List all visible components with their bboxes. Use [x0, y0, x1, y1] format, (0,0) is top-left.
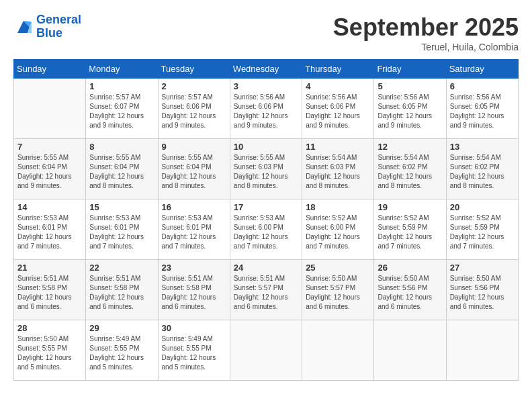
- calendar-cell: 29Sunrise: 5:49 AM Sunset: 5:55 PM Dayli…: [86, 320, 158, 381]
- calendar-cell: 26Sunrise: 5:50 AM Sunset: 5:56 PM Dayli…: [374, 260, 446, 320]
- day-number: 3: [234, 81, 298, 91]
- weekday-header-sunday: Sunday: [14, 60, 86, 79]
- day-info: Sunrise: 5:52 AM Sunset: 6:00 PM Dayligh…: [306, 214, 370, 251]
- day-number: 28: [17, 323, 82, 333]
- calendar-cell: [230, 320, 302, 381]
- calendar-table: SundayMondayTuesdayWednesdayThursdayFrid…: [13, 59, 519, 381]
- calendar-cell: 1Sunrise: 5:57 AM Sunset: 6:07 PM Daylig…: [86, 79, 158, 139]
- logo: General Blue: [13, 13, 81, 40]
- calendar-cell: 10Sunrise: 5:55 AM Sunset: 6:03 PM Dayli…: [230, 139, 302, 199]
- calendar-cell: 6Sunrise: 5:56 AM Sunset: 6:05 PM Daylig…: [446, 79, 518, 139]
- day-number: 5: [378, 81, 442, 91]
- day-info: Sunrise: 5:50 AM Sunset: 5:56 PM Dayligh…: [450, 274, 515, 312]
- calendar-cell: [302, 320, 374, 381]
- day-number: 4: [306, 81, 370, 91]
- day-number: 8: [89, 142, 154, 152]
- week-row-4: 21Sunrise: 5:51 AM Sunset: 5:58 PM Dayli…: [14, 260, 519, 320]
- day-info: Sunrise: 5:56 AM Sunset: 6:05 PM Dayligh…: [378, 93, 442, 130]
- title-block: September 2025 Teruel, Huila, Colombia: [333, 13, 519, 52]
- day-number: 22: [89, 263, 154, 273]
- calendar-cell: 4Sunrise: 5:56 AM Sunset: 6:06 PM Daylig…: [302, 79, 374, 139]
- day-info: Sunrise: 5:51 AM Sunset: 5:58 PM Dayligh…: [162, 274, 226, 312]
- calendar-cell: 13Sunrise: 5:54 AM Sunset: 6:02 PM Dayli…: [446, 139, 518, 199]
- day-info: Sunrise: 5:54 AM Sunset: 6:02 PM Dayligh…: [378, 153, 442, 191]
- calendar-cell: [446, 320, 518, 381]
- calendar-cell: 21Sunrise: 5:51 AM Sunset: 5:58 PM Dayli…: [14, 260, 86, 320]
- day-number: 11: [306, 142, 370, 152]
- calendar-cell: 17Sunrise: 5:53 AM Sunset: 6:00 PM Dayli…: [230, 199, 302, 260]
- day-number: 10: [234, 142, 298, 152]
- day-number: 19: [378, 202, 442, 212]
- day-number: 27: [450, 263, 515, 273]
- calendar-cell: 3Sunrise: 5:56 AM Sunset: 6:06 PM Daylig…: [230, 79, 302, 139]
- day-number: 2: [162, 81, 226, 91]
- day-number: 1: [89, 81, 154, 91]
- weekday-header-friday: Friday: [374, 60, 446, 79]
- day-info: Sunrise: 5:54 AM Sunset: 6:02 PM Dayligh…: [450, 153, 515, 191]
- logo-icon: [13, 17, 34, 37]
- calendar-cell: 7Sunrise: 5:55 AM Sunset: 6:04 PM Daylig…: [14, 139, 86, 199]
- day-number: 18: [306, 202, 370, 212]
- day-number: 13: [450, 142, 515, 152]
- weekday-header-row: SundayMondayTuesdayWednesdayThursdayFrid…: [14, 60, 519, 79]
- day-info: Sunrise: 5:53 AM Sunset: 6:00 PM Dayligh…: [234, 214, 298, 251]
- day-number: 20: [450, 202, 515, 212]
- page-header: General Blue September 2025 Teruel, Huil…: [13, 13, 519, 52]
- day-info: Sunrise: 5:56 AM Sunset: 6:05 PM Dayligh…: [450, 93, 515, 130]
- calendar-cell: 20Sunrise: 5:52 AM Sunset: 5:59 PM Dayli…: [446, 199, 518, 260]
- day-info: Sunrise: 5:57 AM Sunset: 6:06 PM Dayligh…: [162, 93, 226, 130]
- calendar-cell: 2Sunrise: 5:57 AM Sunset: 6:06 PM Daylig…: [158, 79, 230, 139]
- day-info: Sunrise: 5:54 AM Sunset: 6:03 PM Dayligh…: [306, 153, 370, 191]
- day-number: 12: [378, 142, 442, 152]
- calendar-cell: 5Sunrise: 5:56 AM Sunset: 6:05 PM Daylig…: [374, 79, 446, 139]
- day-number: 17: [234, 202, 298, 212]
- calendar-cell: 30Sunrise: 5:49 AM Sunset: 5:55 PM Dayli…: [158, 320, 230, 381]
- calendar-cell: 14Sunrise: 5:53 AM Sunset: 6:01 PM Dayli…: [14, 199, 86, 260]
- day-number: 15: [89, 202, 154, 212]
- calendar-cell: 27Sunrise: 5:50 AM Sunset: 5:56 PM Dayli…: [446, 260, 518, 320]
- calendar-cell: [374, 320, 446, 381]
- day-info: Sunrise: 5:53 AM Sunset: 6:01 PM Dayligh…: [89, 214, 154, 251]
- calendar-cell: 11Sunrise: 5:54 AM Sunset: 6:03 PM Dayli…: [302, 139, 374, 199]
- week-row-5: 28Sunrise: 5:50 AM Sunset: 5:55 PM Dayli…: [14, 320, 519, 381]
- weekday-header-saturday: Saturday: [446, 60, 518, 79]
- calendar-cell: 28Sunrise: 5:50 AM Sunset: 5:55 PM Dayli…: [14, 320, 86, 381]
- calendar-cell: 25Sunrise: 5:50 AM Sunset: 5:57 PM Dayli…: [302, 260, 374, 320]
- day-number: 14: [17, 202, 82, 212]
- day-number: 21: [17, 263, 82, 273]
- calendar-cell: [14, 79, 86, 139]
- calendar-cell: 9Sunrise: 5:55 AM Sunset: 6:04 PM Daylig…: [158, 139, 230, 199]
- day-info: Sunrise: 5:57 AM Sunset: 6:07 PM Dayligh…: [89, 93, 154, 130]
- day-info: Sunrise: 5:49 AM Sunset: 5:55 PM Dayligh…: [89, 334, 154, 372]
- day-info: Sunrise: 5:53 AM Sunset: 6:01 PM Dayligh…: [17, 214, 82, 251]
- day-info: Sunrise: 5:52 AM Sunset: 5:59 PM Dayligh…: [450, 214, 515, 251]
- calendar-cell: 15Sunrise: 5:53 AM Sunset: 6:01 PM Dayli…: [86, 199, 158, 260]
- calendar-cell: 16Sunrise: 5:53 AM Sunset: 6:01 PM Dayli…: [158, 199, 230, 260]
- day-number: 26: [378, 263, 442, 273]
- day-info: Sunrise: 5:52 AM Sunset: 5:59 PM Dayligh…: [378, 214, 442, 251]
- day-info: Sunrise: 5:55 AM Sunset: 6:04 PM Dayligh…: [17, 153, 82, 191]
- day-info: Sunrise: 5:49 AM Sunset: 5:55 PM Dayligh…: [162, 334, 226, 372]
- location-subtitle: Teruel, Huila, Colombia: [333, 42, 519, 52]
- calendar-cell: 19Sunrise: 5:52 AM Sunset: 5:59 PM Dayli…: [374, 199, 446, 260]
- day-info: Sunrise: 5:50 AM Sunset: 5:55 PM Dayligh…: [17, 334, 82, 372]
- day-number: 9: [162, 142, 226, 152]
- day-info: Sunrise: 5:55 AM Sunset: 6:04 PM Dayligh…: [89, 153, 154, 191]
- day-number: 7: [17, 142, 82, 152]
- calendar-cell: 8Sunrise: 5:55 AM Sunset: 6:04 PM Daylig…: [86, 139, 158, 199]
- day-info: Sunrise: 5:51 AM Sunset: 5:58 PM Dayligh…: [89, 274, 154, 312]
- month-title: September 2025: [333, 13, 519, 42]
- day-info: Sunrise: 5:55 AM Sunset: 6:03 PM Dayligh…: [234, 153, 298, 191]
- day-number: 29: [89, 323, 154, 333]
- day-number: 16: [162, 202, 226, 212]
- calendar-cell: 22Sunrise: 5:51 AM Sunset: 5:58 PM Dayli…: [86, 260, 158, 320]
- day-number: 25: [306, 263, 370, 273]
- weekday-header-tuesday: Tuesday: [158, 60, 230, 79]
- weekday-header-thursday: Thursday: [302, 60, 374, 79]
- day-info: Sunrise: 5:56 AM Sunset: 6:06 PM Dayligh…: [306, 93, 370, 130]
- weekday-header-monday: Monday: [86, 60, 158, 79]
- day-info: Sunrise: 5:51 AM Sunset: 5:57 PM Dayligh…: [234, 274, 298, 312]
- calendar-cell: 23Sunrise: 5:51 AM Sunset: 5:58 PM Dayli…: [158, 260, 230, 320]
- day-info: Sunrise: 5:56 AM Sunset: 6:06 PM Dayligh…: [234, 93, 298, 130]
- day-info: Sunrise: 5:53 AM Sunset: 6:01 PM Dayligh…: [162, 214, 226, 251]
